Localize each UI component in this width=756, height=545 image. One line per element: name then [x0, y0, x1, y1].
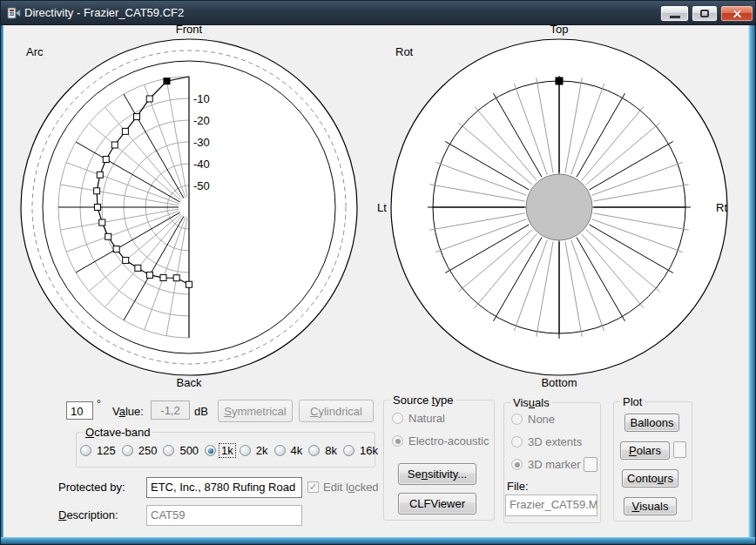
radio-label: 3D extents	[526, 435, 584, 448]
contours-button[interactable]: Contours	[622, 469, 678, 488]
minimize-icon	[670, 16, 680, 18]
radio-circle[interactable]	[240, 445, 251, 456]
radio-2k[interactable]: 2k	[240, 444, 270, 457]
visuals-legend: Visuals	[510, 396, 552, 409]
radio-label: 8k	[323, 444, 339, 457]
value-label: Value:	[112, 405, 144, 418]
close-icon	[732, 8, 743, 19]
svg-text:-30: -30	[193, 136, 210, 149]
svg-text:-10: -10	[193, 92, 210, 105]
radio-circle[interactable]	[274, 445, 286, 456]
svg-text:-50: -50	[193, 179, 210, 192]
radio-circle[interactable]	[308, 445, 320, 456]
radio-circle	[511, 436, 523, 447]
window-border-left	[1, 25, 3, 544]
edit-locked-label: Edit locked	[323, 481, 379, 494]
radio-500[interactable]: 500	[163, 444, 200, 457]
radio-circle[interactable]	[205, 445, 216, 456]
description-input: CAT59	[146, 505, 302, 526]
radio-circle	[511, 414, 523, 425]
radio-none: None	[511, 413, 600, 426]
radio-label: 16k	[358, 444, 380, 457]
radio-250[interactable]: 250	[122, 444, 159, 457]
app-icon	[7, 6, 21, 20]
rot-plot-right-label: Rt	[716, 201, 727, 214]
radio-circle	[511, 459, 523, 470]
polars-options-button[interactable]	[673, 441, 686, 458]
protected-by-label: Protected by:	[58, 481, 125, 494]
radio-1k[interactable]: 1k	[205, 444, 235, 457]
source-type-legend: Source type	[390, 394, 456, 407]
file-label: File:	[507, 480, 529, 493]
radio-natural: Natural	[392, 412, 494, 425]
3d-marker-color-box	[584, 457, 597, 472]
angle-step-input[interactable]: 10	[66, 401, 93, 420]
app-window: Directivity - Frazier_CAT59.CF2 -10-20-3…	[0, 0, 756, 545]
visuals-button[interactable]: Visuals	[624, 497, 677, 515]
octave-band-legend: Octave-band	[83, 426, 152, 439]
radio-8k[interactable]: 8k	[308, 444, 339, 457]
window-title: Directivity - Frazier_CAT59.CF2	[24, 6, 184, 19]
radio-label: None	[526, 413, 557, 426]
maximize-icon	[700, 10, 709, 17]
plot-legend: Plot	[620, 395, 645, 408]
radio-circle[interactable]	[80, 445, 91, 456]
window-border-bottom	[1, 537, 755, 544]
radio-label: 3D marker	[526, 458, 583, 471]
edit-locked-checkbox: ✓	[307, 481, 319, 493]
radio-electro-acoustic: Electro-acoustic	[392, 434, 494, 447]
rot-plot-left-label: Lt	[377, 201, 387, 214]
window-border-right	[748, 25, 755, 544]
radio-label: 500	[178, 444, 200, 457]
rot-plot-bottom-label: Bottom	[541, 376, 577, 389]
arc-plot-back-label: Back	[177, 376, 202, 389]
arc-polar-plot[interactable]: -10-20-30-40-50	[15, 24, 363, 390]
maximize-button[interactable]	[692, 5, 718, 22]
octave-band-group: Octave-band 1252505001k2k4k8k16k	[76, 432, 375, 468]
file-input: Frazier_CAT59.M	[505, 495, 597, 516]
radio-circle[interactable]	[163, 445, 174, 456]
radio-label: 2k	[254, 444, 270, 457]
svg-text:-20: -20	[193, 114, 210, 127]
radio-label: Electro-acoustic	[407, 434, 490, 447]
protected-by-input[interactable]: ETC, Inc., 8780 Rufing Road	[146, 477, 302, 498]
radio-circle[interactable]	[122, 445, 133, 456]
radio-16k[interactable]: 16k	[343, 444, 380, 457]
radio-label: 1k	[219, 444, 235, 457]
db-unit-label: dB	[194, 405, 208, 418]
clfviewer-button[interactable]: CLFViewer	[398, 493, 476, 515]
balloons-button[interactable]: Balloons	[624, 414, 679, 432]
minimize-button[interactable]	[660, 5, 689, 22]
close-button[interactable]	[720, 5, 753, 22]
polars-button[interactable]: Polars	[620, 441, 670, 460]
description-label: Description:	[58, 508, 118, 521]
radio-circle[interactable]	[343, 445, 354, 456]
arc-plot-front-label: Front	[176, 23, 202, 36]
radio-circle	[392, 413, 403, 424]
radio-circle	[392, 435, 403, 447]
radio-125[interactable]: 125	[80, 444, 118, 457]
radio-4k[interactable]: 4k	[274, 444, 305, 457]
rotation-polar-plot[interactable]	[385, 24, 733, 390]
sensitivity-button[interactable]: Sensitivity...	[398, 463, 476, 485]
arc-plot-corner-label: Arc	[26, 45, 44, 58]
source-type-radios: NaturalElectro-acoustic	[384, 400, 494, 447]
radio-label: 125	[95, 444, 118, 457]
value-display: -1,2	[151, 400, 190, 420]
svg-text:-40: -40	[193, 158, 210, 171]
rot-plot-corner-label: Rot	[395, 45, 413, 58]
radio-label: 250	[137, 444, 159, 457]
degree-symbol: °	[97, 398, 101, 410]
rot-plot-top-label: Top	[550, 23, 569, 36]
radio-label: 4k	[289, 444, 305, 457]
radio-label: Natural	[407, 412, 447, 425]
symmetrical-button: Symmetrical	[218, 400, 293, 422]
titlebar[interactable]: Directivity - Frazier_CAT59.CF2	[1, 1, 755, 25]
cylindrical-button: Cylindrical	[299, 400, 374, 422]
radio-3d-extents: 3D extents	[511, 435, 600, 448]
